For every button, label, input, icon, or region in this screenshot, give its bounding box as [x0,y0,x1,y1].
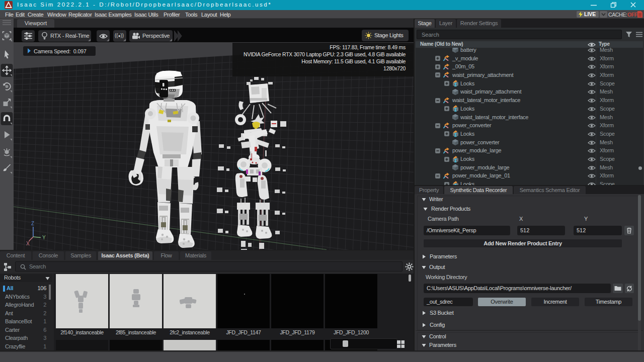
svg-text:Y: Y [42,235,46,240]
svg-text:Z: Z [31,221,34,226]
svg-text:X: X [26,241,30,246]
